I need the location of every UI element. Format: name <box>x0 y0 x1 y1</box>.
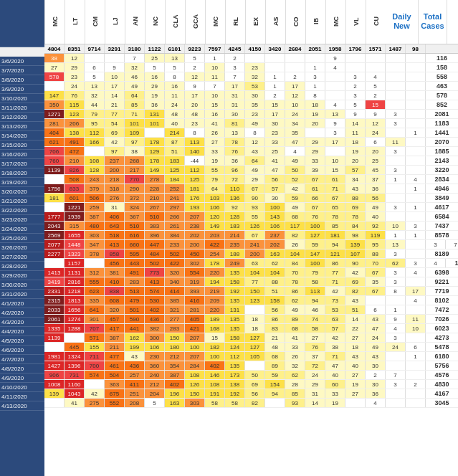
data-cell <box>85 259 105 267</box>
data-cell: 18 <box>345 343 366 351</box>
data-cell: 510 <box>145 212 165 221</box>
data-cell: 25 <box>366 156 386 165</box>
table-row: 760210108237268178183-441936644149331020… <box>44 156 458 166</box>
date-label: 3/15/2020 <box>0 141 44 150</box>
data-cell: 11 <box>386 138 406 146</box>
data-cell <box>265 399 285 407</box>
data-cell: 29 <box>245 175 265 184</box>
data-cell: 320 <box>165 268 185 277</box>
data-cell: 123 <box>65 110 85 118</box>
date-label: 3/17/2020 <box>0 159 44 168</box>
data-cell: 68 <box>285 324 305 333</box>
data-cell: 477 <box>105 352 125 361</box>
data-cell: 210 <box>145 194 165 202</box>
data-cell: 78 <box>345 212 366 221</box>
data-cell: 17 <box>325 138 345 146</box>
data-cell: 249 <box>225 259 245 267</box>
daily-new-cell: 5478 <box>426 343 458 351</box>
data-cell: 315 <box>65 222 85 230</box>
data-cell: 104 <box>265 268 285 277</box>
data-cell: 554 <box>185 268 205 277</box>
date-label: 3/21/2020 <box>0 196 44 206</box>
date-label: 4/6/2020 <box>0 346 44 355</box>
data-cell: 571 <box>85 333 105 342</box>
data-cell: 456 <box>105 259 125 267</box>
data-cell: 162 <box>125 333 145 342</box>
data-cell <box>44 203 65 211</box>
data-cell: 3 <box>345 72 366 81</box>
data-cell: 65 <box>325 203 345 211</box>
data-cell: 616 <box>125 231 145 239</box>
data-cell: 78 <box>285 277 305 286</box>
data-cell: 18 <box>245 324 265 333</box>
data-cell: 237 <box>265 231 285 239</box>
data-cell: 49 <box>245 166 265 174</box>
data-cell: 350 <box>44 100 65 109</box>
col-header-mc: MC <box>205 0 225 44</box>
data-cell: 404 <box>44 128 65 137</box>
data-cell <box>406 371 426 379</box>
data-cell <box>406 119 426 128</box>
data-cell: 4 <box>366 72 386 81</box>
data-cell: 23 <box>265 128 285 137</box>
data-cell: 3 <box>386 147 406 156</box>
data-cell: 63 <box>325 315 345 323</box>
data-cell: 20 <box>305 119 325 128</box>
data-cell: 57 <box>345 166 366 174</box>
data-cell: 2 <box>366 91 386 100</box>
data-cell: 94 <box>265 389 285 398</box>
col-header-lj: LJ <box>105 0 125 44</box>
data-cell: 9 <box>386 315 406 323</box>
data-cell: 3 <box>386 166 406 174</box>
data-cell: 281 <box>44 119 65 128</box>
data-cell: 5 <box>145 399 165 407</box>
data-cell: 38 <box>125 147 145 156</box>
data-cell: 124 <box>225 343 245 351</box>
data-cell: 96 <box>225 166 245 174</box>
data-cell: 233 <box>165 240 185 249</box>
data-cell: 23 <box>245 63 265 72</box>
sum-cell-2: 9714 <box>85 44 105 53</box>
data-cell: 140 <box>185 147 205 156</box>
col-header-ib: IB <box>305 0 325 44</box>
data-cell: 347 <box>85 240 105 249</box>
data-cell: 106 <box>265 222 285 230</box>
daily-new-cell: 158 <box>426 63 458 72</box>
data-cell: 12 <box>185 72 205 81</box>
data-cell: 49 <box>285 156 305 165</box>
data-cell: 55 <box>245 212 265 221</box>
data-cell: 79 <box>305 268 325 277</box>
data-cell: 30 <box>245 91 265 100</box>
data-cell: 1288 <box>65 324 85 333</box>
data-cell: 191 <box>205 389 225 398</box>
date-label: 4/8/2020 <box>0 364 44 373</box>
date-label: 3/10/2020 <box>0 94 44 103</box>
data-cell: 1324 <box>65 352 85 361</box>
data-cell: 56 <box>265 175 285 184</box>
data-cell: 125 <box>185 175 205 184</box>
daily-new-cell: 116 <box>426 54 458 62</box>
sum-cell-8: 7597 <box>205 44 225 53</box>
data-cell: 259 <box>85 203 105 211</box>
data-cell <box>345 63 366 72</box>
data-cell: 12 <box>366 119 386 128</box>
col-header-vl: VL <box>345 0 366 44</box>
data-cell: 105 <box>245 352 265 361</box>
data-cell <box>386 128 406 137</box>
data-cell: 10 <box>105 72 125 81</box>
data-cell: 29 <box>305 138 325 146</box>
data-cell: 443 <box>125 259 145 267</box>
data-table[interactable]: 4804835197143291318011226101922375974245… <box>44 44 458 476</box>
data-cell: 11 <box>205 72 225 81</box>
data-cell: 302 <box>185 259 205 267</box>
table-row: 1816015062763722102411761031369030596667… <box>44 194 458 203</box>
data-cell: 4 <box>366 399 386 407</box>
data-cell: 136 <box>225 194 245 202</box>
data-cell <box>366 54 386 62</box>
data-cell: 24 <box>366 333 386 342</box>
table-row: 57823510461681211732123345581230 <box>44 72 458 82</box>
data-cell: 206 <box>65 119 85 128</box>
data-cell: 19 <box>145 91 165 100</box>
data-cell: 3 <box>406 259 426 267</box>
data-cell: 3 <box>386 333 406 342</box>
